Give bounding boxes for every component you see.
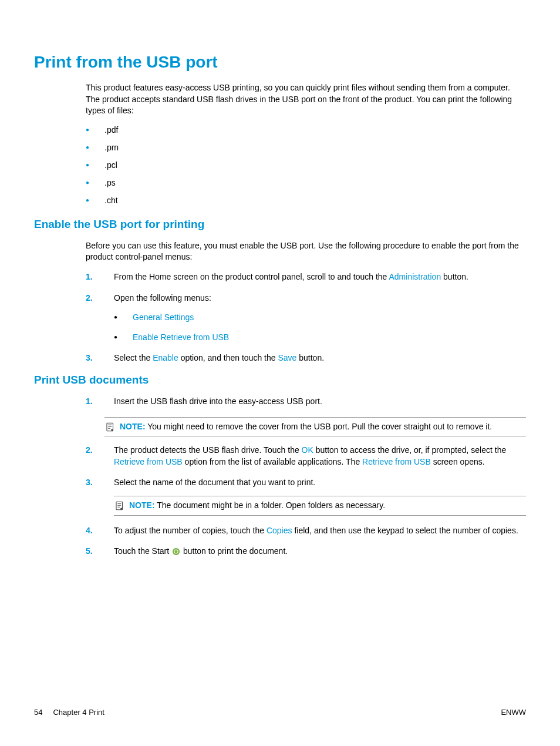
step-number: 3. bbox=[86, 477, 93, 489]
note-text: You might need to remove the cover from … bbox=[147, 422, 492, 431]
note-label: NOTE: bbox=[129, 500, 155, 510]
print-steps-list: 1. Insert the USB flash drive into the e… bbox=[86, 396, 526, 408]
section-heading-enable: Enable the USB port for printing bbox=[34, 218, 526, 231]
menu-item: Enable Retrieve from USB bbox=[114, 332, 526, 344]
step-item: 3. Select the name of the document that … bbox=[86, 477, 526, 515]
step-text: Select the name of the document that you… bbox=[114, 478, 315, 487]
step-item: 2. The product detects the USB flash dri… bbox=[86, 445, 526, 468]
list-item: .ps bbox=[86, 178, 526, 187]
step-text: The product detects the USB flash drive.… bbox=[114, 445, 302, 455]
note-content: NOTE: You might need to remove the cover… bbox=[120, 421, 492, 433]
step-item: 1. From the Home screen on the product c… bbox=[86, 271, 526, 283]
step-text: button to access the drive, or, if promp… bbox=[313, 445, 506, 455]
ui-reference: OK bbox=[302, 445, 313, 455]
step-text: Open the following menus: bbox=[114, 293, 211, 303]
page-title: Print from the USB port bbox=[34, 53, 526, 72]
list-item: .cht bbox=[86, 196, 526, 205]
section-heading-print: Print USB documents bbox=[34, 374, 526, 387]
page-number: 54 bbox=[34, 708, 42, 717]
ui-reference: Copies bbox=[266, 526, 292, 535]
section1-intro: Before you can use this feature, you mus… bbox=[86, 240, 526, 263]
list-item: .prn bbox=[86, 143, 526, 152]
note-text: The document might be in a folder. Open … bbox=[157, 500, 385, 510]
svg-point-2 bbox=[173, 548, 180, 555]
menu-item: General Settings bbox=[114, 312, 526, 324]
ui-reference: Save bbox=[278, 353, 296, 362]
step-number: 1. bbox=[86, 396, 93, 408]
menu-list: General Settings Enable Retrieve from US… bbox=[114, 312, 526, 343]
step-text: field, and then use the keypad to select… bbox=[292, 526, 518, 535]
step-number: 1. bbox=[86, 271, 93, 283]
intro-paragraph: This product features easy-access USB pr… bbox=[86, 82, 526, 117]
ui-reference: Enable bbox=[153, 353, 178, 362]
list-item: .pdf bbox=[86, 125, 526, 135]
file-types-list: .pdf .prn .pcl .ps .cht bbox=[86, 125, 526, 205]
step-text: option from the list of available applic… bbox=[183, 457, 362, 466]
note-content: NOTE: The document might be in a folder.… bbox=[129, 500, 385, 512]
step-text: screen opens. bbox=[431, 457, 485, 466]
step-item: 3. Select the Enable option, and then to… bbox=[86, 352, 526, 364]
page-footer: 54 Chapter 4 Print ENWW bbox=[34, 708, 526, 717]
note-block: NOTE: You might need to remove the cover… bbox=[86, 417, 526, 437]
step-text: button. bbox=[441, 272, 468, 281]
list-item: .pcl bbox=[86, 160, 526, 170]
step-text: Insert the USB flash drive into the easy… bbox=[114, 396, 322, 406]
step-number: 2. bbox=[86, 293, 93, 304]
step-item: 2. Open the following menus: General Set… bbox=[86, 293, 526, 344]
footer-right: ENWW bbox=[501, 708, 526, 717]
note-icon bbox=[104, 422, 116, 432]
step-text: button to print the document. bbox=[181, 546, 288, 556]
note-label: NOTE: bbox=[120, 422, 146, 431]
ui-reference: Retrieve from USB bbox=[362, 457, 431, 466]
step-number: 3. bbox=[86, 352, 93, 364]
step-number: 4. bbox=[86, 525, 93, 537]
print-steps-list-cont: 2. The product detects the USB flash dri… bbox=[86, 445, 526, 557]
step-text: To adjust the number of copies, touch th… bbox=[114, 526, 266, 535]
chapter-label: Chapter 4 Print bbox=[53, 708, 104, 717]
note-icon bbox=[114, 500, 126, 511]
step-text: From the Home screen on the product cont… bbox=[114, 272, 389, 281]
enable-steps-list: 1. From the Home screen on the product c… bbox=[86, 271, 526, 364]
step-item: 1. Insert the USB flash drive into the e… bbox=[86, 396, 526, 408]
step-item: 5. Touch the Start button to print the d… bbox=[86, 546, 526, 557]
step-text: Touch the Start bbox=[114, 546, 171, 556]
step-text: Select the bbox=[114, 353, 153, 362]
step-text: option, and then touch the bbox=[178, 353, 278, 362]
start-icon bbox=[172, 547, 180, 556]
step-number: 5. bbox=[86, 546, 93, 557]
step-number: 2. bbox=[86, 445, 93, 456]
ui-reference: Administration bbox=[389, 272, 441, 281]
step-text: button. bbox=[296, 353, 324, 362]
ui-reference: Retrieve from USB bbox=[114, 457, 183, 466]
step-item: 4. To adjust the number of copies, touch… bbox=[86, 525, 526, 537]
